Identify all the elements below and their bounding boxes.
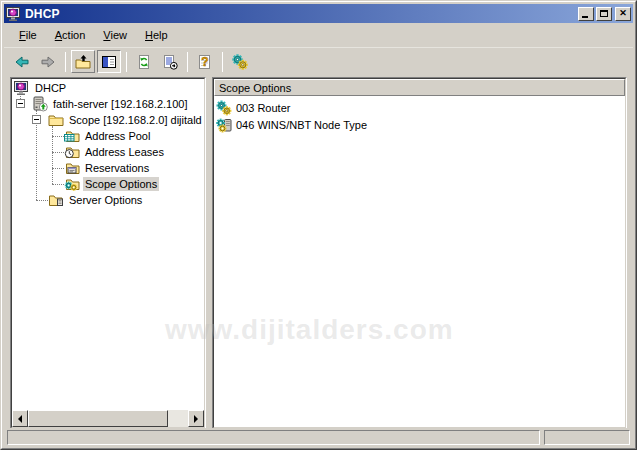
- status-panel-right: [544, 430, 630, 445]
- scope-options-icon: [64, 176, 80, 192]
- maximize-button[interactable]: [596, 7, 612, 21]
- scroll-right-icon: [194, 415, 202, 423]
- collapse-toggle[interactable]: [32, 115, 41, 124]
- window-title: DHCP: [25, 7, 576, 21]
- up-one-level-button[interactable]: [71, 50, 95, 73]
- dhcp-app-icon: [6, 6, 22, 22]
- collapse-toggle[interactable]: [16, 99, 25, 108]
- list-item-router[interactable]: 003 Router: [214, 99, 625, 116]
- help-icon: ?: [197, 54, 213, 70]
- address-pool-icon: [64, 128, 80, 144]
- tree-item-scope-options[interactable]: Scope Options: [12, 176, 204, 192]
- export-list-button[interactable]: [158, 50, 182, 73]
- close-button[interactable]: ✕: [615, 7, 631, 21]
- toolbar: ?: [4, 47, 633, 75]
- tree-item-server[interactable]: fatih-server [192.168.2.100]: [12, 96, 204, 112]
- tree-item-dhcp[interactable]: DHCP: [12, 80, 204, 96]
- scroll-right-button[interactable]: [188, 410, 204, 427]
- reservations-icon: [64, 160, 80, 176]
- main-area: DHCP fatih-server [192.168.2.: [4, 75, 633, 431]
- export-list-icon: [162, 54, 178, 70]
- options-action-button[interactable]: [228, 50, 252, 73]
- tree-item-label: DHCP: [33, 81, 68, 95]
- help-button[interactable]: ?: [193, 50, 217, 73]
- maximize-icon: [600, 10, 608, 17]
- menu-file[interactable]: File: [10, 26, 46, 44]
- list-item-label: 046 WINS/NBT Node Type: [234, 118, 369, 132]
- tree-item-label: Address Leases: [83, 145, 166, 159]
- folder-up-icon: [75, 54, 91, 70]
- svg-text:?: ?: [201, 55, 208, 69]
- column-header-scope-options[interactable]: Scope Options: [214, 79, 625, 96]
- scope-options-list: 003 Router: [214, 96, 625, 427]
- tree-horizontal-scrollbar[interactable]: [12, 410, 204, 427]
- toolbar-separator: [222, 52, 223, 72]
- console-tree-pane: DHCP fatih-server [192.168.2.: [10, 77, 206, 429]
- menu-bar: File Action View Help: [4, 23, 633, 47]
- results-pane: Scope Options: [212, 77, 627, 429]
- refresh-button[interactable]: [132, 50, 156, 73]
- tree-item-reservations[interactable]: Reservations: [12, 160, 204, 176]
- server-icon: [32, 96, 48, 112]
- tree-item-label: Scope Options: [83, 177, 159, 191]
- gears-icon: [232, 54, 248, 70]
- arrow-left-icon: [14, 54, 30, 70]
- back-button[interactable]: [10, 50, 34, 73]
- arrow-right-icon: [40, 54, 56, 70]
- scroll-left-icon: [14, 415, 22, 423]
- console-tree-icon: [101, 54, 117, 70]
- minimize-button[interactable]: [578, 7, 594, 21]
- folder-icon: [48, 112, 64, 128]
- tree-item-label: Server Options: [67, 193, 144, 207]
- dhcp-window: DHCP ✕ File Action View Help: [0, 0, 637, 450]
- toolbar-separator: [126, 52, 127, 72]
- server-options-icon: [48, 192, 64, 208]
- menu-help[interactable]: Help: [136, 26, 177, 44]
- dhcp-console-icon: [14, 80, 30, 96]
- gears-server-icon: [216, 117, 232, 133]
- close-icon: ✕: [619, 9, 627, 18]
- tree-item-address-leases[interactable]: Address Leases: [12, 144, 204, 160]
- tree-item-label: Address Pool: [83, 129, 152, 143]
- minimize-icon: [582, 16, 588, 18]
- gears-icon: [216, 100, 232, 116]
- scrollbar-track[interactable]: [168, 410, 188, 427]
- list-item-wins-nbt-node-type[interactable]: 046 WINS/NBT Node Type: [214, 116, 625, 133]
- toolbar-separator: [187, 52, 188, 72]
- window-frame: DHCP ✕ File Action View Help: [1, 1, 636, 449]
- tree-item-address-pool[interactable]: Address Pool: [12, 128, 204, 144]
- tree-item-label: fatih-server [192.168.2.100]: [51, 97, 190, 111]
- list-item-label: 003 Router: [234, 101, 292, 115]
- tree-item-scope[interactable]: Scope [192.168.2.0] dijitald: [12, 112, 204, 128]
- status-panel-left: [7, 430, 540, 445]
- scrollbar-thumb[interactable]: [28, 410, 168, 427]
- tree-item-label: Reservations: [83, 161, 151, 175]
- tree-item-server-options[interactable]: Server Options: [12, 192, 204, 208]
- menu-view[interactable]: View: [94, 26, 136, 44]
- show-hide-console-tree-button[interactable]: [97, 50, 121, 73]
- forward-button[interactable]: [36, 50, 60, 73]
- tree-item-label: Scope [192.168.2.0] dijitald: [67, 113, 204, 127]
- address-leases-icon: [64, 144, 80, 160]
- refresh-icon: [136, 54, 152, 70]
- toolbar-separator: [65, 52, 66, 72]
- console-tree: DHCP fatih-server [192.168.2.: [12, 79, 204, 410]
- menu-action[interactable]: Action: [46, 26, 95, 44]
- status-bar: [4, 428, 633, 446]
- title-bar: DHCP ✕: [4, 4, 633, 23]
- scroll-left-button[interactable]: [12, 410, 28, 427]
